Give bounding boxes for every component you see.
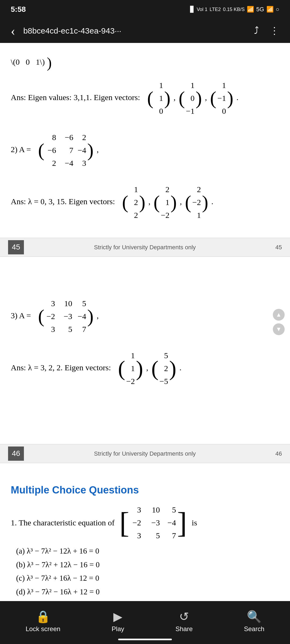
page-footer-45: Strictly for University Departments only (24, 243, 266, 252)
document-title: b8bce4cd-ec1c-43ea-943··· (23, 26, 246, 35)
eigenvec3-2: ( 5 2 −5 ) (151, 349, 176, 388)
nav-bar: ‹ b8bce4cd-ec1c-43ea-943··· ⤴ ⋮ (0, 19, 290, 43)
play-icon: ▶ (113, 610, 122, 624)
eigenvec2-1: ( 1 2 2 ) (122, 183, 146, 222)
share-icon: ↺ (179, 610, 189, 624)
lock-screen-label: Lock screen (26, 625, 60, 633)
search-button[interactable]: 🔍 Search (244, 610, 264, 633)
q1-option-d: (d) λ³ − 7λ² − 16λ + 12 = 0 (11, 586, 279, 598)
scroll-up-button[interactable]: ▲ (273, 309, 285, 321)
status-icons: ▊ Vol 1 LTE2 0.15 KB/S 📶 5G 📶 ○ (190, 6, 279, 13)
5g-text: 5G (256, 6, 264, 13)
ans1-line: Ans: Eigen values: 3,1,1. Eigen vectors:… (11, 79, 279, 118)
bars-icon: 📶 (247, 6, 254, 13)
back-button[interactable]: ‹ (8, 20, 18, 41)
page-break-45: 45 Strictly for University Departments o… (0, 238, 290, 257)
eigenvec3: ( 1 −1 0 ) (210, 79, 233, 118)
q1-question: 1. The characteristic equation of [ 3 10… (11, 503, 279, 542)
page-footer-right-46: 46 (266, 449, 282, 458)
q1-matrix: [ 3 10 5 −2 −3 −4 3 5 7 ] (119, 503, 187, 542)
search-label: Search (244, 625, 264, 633)
eigenvec2-3: ( 2 −2 1 ) (185, 183, 208, 222)
signal-bars2: 📶 (266, 6, 274, 13)
signal-text: Vol 1 (197, 7, 208, 12)
mcq-title: Multiple Choice Questions (11, 482, 279, 498)
vol-icon: ▊ (190, 6, 195, 13)
matrix-A3: ( 3 10 5 −2 −3 −4 3 5 7 ) (38, 297, 94, 336)
ans3-line: Ans: λ = 3, 2, 2. Eigen vectors: ( 1 1 −… (11, 349, 279, 388)
eigenvec2-2: ( 2 1 −2 ) (154, 183, 177, 222)
problem2-line: 2) A = ( 8 −6 2 −6 7 −4 2 −4 3 (11, 131, 279, 170)
more-options-icon[interactable]: ⋮ (267, 23, 282, 39)
eigenvec2: ( 1 0 −1 ) (179, 79, 202, 118)
status-bar: 5:58 ▊ Vol 1 LTE2 0.15 KB/S 📶 5G 📶 ○ (0, 0, 290, 19)
document-content: \(0 0 1\) ) Ans: Eigen values: 3,1,1. Ei… (0, 43, 290, 644)
matrix-A2: ( 8 −6 2 −6 7 −4 2 −4 3 ) (38, 131, 94, 170)
page-footer-46: Strictly for University Departments only (24, 449, 266, 458)
speed-text: 0.15 KB/S (223, 7, 245, 12)
page-number-46: 46 (8, 447, 24, 461)
scroll-down-button[interactable]: ▼ (273, 323, 285, 335)
share-label: Share (175, 625, 193, 633)
bracket-left: ( (147, 89, 153, 108)
play-button[interactable]: ▶ Play (112, 610, 124, 633)
circle-icon: ○ (276, 6, 279, 13)
play-label: Play (112, 625, 124, 633)
bracket-right: ) (164, 89, 170, 108)
q1-option-b: (b) λ³ − 7λ² + 12λ − 16 = 0 (11, 558, 279, 571)
status-time: 5:58 (11, 5, 26, 14)
page-footer-right-45: 45 (266, 243, 282, 252)
page-break-46: 46 Strictly for University Departments o… (0, 444, 290, 463)
eigenvec3-1: ( 1 1 −2 ) (118, 349, 143, 388)
problem3-line: 3) A = ( 3 10 5 −2 −3 −4 3 5 7 (11, 297, 279, 336)
eigenvec1: ( 1 1 0 ) (147, 79, 171, 118)
lock-screen-button[interactable]: 🔒 Lock screen (26, 610, 60, 633)
page-number-45: 45 (8, 240, 24, 254)
matrix-top-continuation: \(0 0 1\) ) (11, 51, 279, 75)
ans2-line: Ans: λ = 0, 3, 15. Eigen vectors: ( 1 2 … (11, 183, 279, 222)
q1-option-c: (c) λ³ − 7λ² + 16λ − 12 = 0 (11, 572, 279, 584)
lte-text: LTE2 (210, 7, 221, 12)
export-icon[interactable]: ⤴ (251, 23, 262, 39)
bottom-navigation: 🔒 Lock screen ▶ Play ↺ Share 🔍 Search (0, 601, 290, 644)
share-button[interactable]: ↺ Share (175, 610, 193, 633)
search-icon: 🔍 (247, 610, 262, 624)
vec-content: 1 1 0 (154, 79, 163, 118)
home-indicator (118, 639, 172, 640)
bottom-nav-items: 🔒 Lock screen ▶ Play ↺ Share 🔍 Search (0, 601, 290, 639)
q1-option-a: (a) λ³ − 7λ² − 12λ + 16 = 0 (11, 545, 279, 557)
lock-icon: 🔒 (36, 610, 50, 624)
scroll-indicator: ▲ ▼ (273, 309, 285, 335)
